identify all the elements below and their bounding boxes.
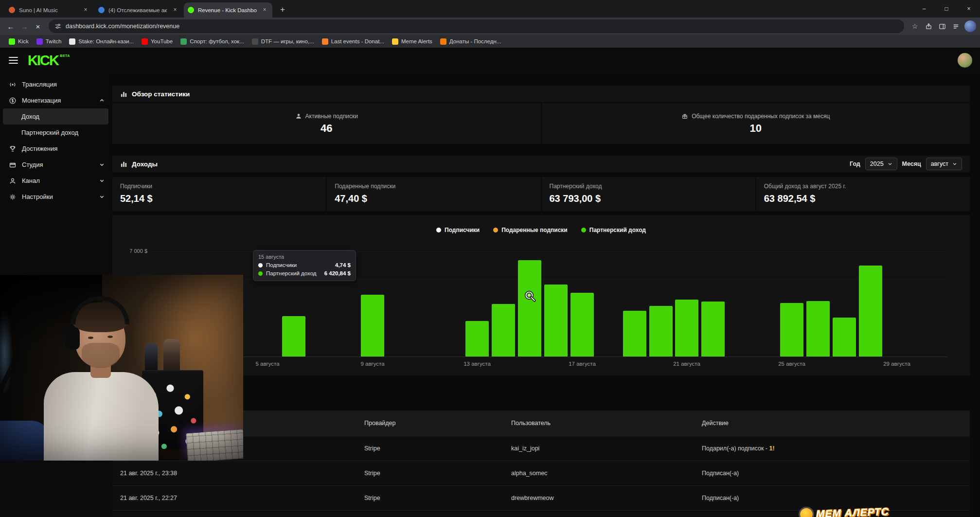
- bookmark-star-icon[interactable]: ☆: [908, 19, 922, 33]
- sidebar-item-partner-revenue[interactable]: Партнерский доход: [0, 125, 111, 141]
- new-tab-button[interactable]: +: [276, 3, 289, 16]
- reading-list-icon[interactable]: [949, 19, 962, 33]
- address-bar[interactable]: dashboard.kick.com/monetization/revenue: [49, 19, 904, 33]
- chart-bar-aug-16[interactable]: [544, 285, 568, 357]
- user-avatar[interactable]: [958, 53, 972, 68]
- chevron-down-icon: [99, 194, 105, 199]
- back-button[interactable]: ←: [4, 19, 18, 33]
- month-value: август: [931, 160, 948, 167]
- chart-bar-aug-19[interactable]: [623, 311, 646, 357]
- sidebar-item-label: Настройки: [22, 193, 53, 200]
- sidebar-item-achievements[interactable]: Достижения: [0, 141, 111, 157]
- screen: Suno | AI Music × (4) Отслеживаемые акти…: [0, 0, 980, 517]
- chart-bar-aug-28[interactable]: [859, 266, 882, 357]
- sidebar-item-channel[interactable]: Канал: [0, 173, 111, 189]
- url-text: dashboard.kick.com/monetization/revenue: [66, 23, 179, 30]
- bookmark-twitch[interactable]: Twitch: [33, 37, 66, 46]
- browser-tab-tracked[interactable]: (4) Отслеживаемые активные... ×: [94, 2, 183, 18]
- monetization-icon: [9, 97, 17, 105]
- chart-bar-aug-6[interactable]: [282, 316, 305, 357]
- gifted-subs-card: Общее количество подаренных подписок за …: [541, 103, 970, 144]
- tab-close-icon[interactable]: ×: [82, 6, 89, 14]
- broadcast-icon: [9, 81, 17, 89]
- period-controls: Год 2025 Месяц август: [850, 158, 962, 170]
- stake-favicon: [69, 38, 75, 45]
- tab-title: Revenue - Kick Dashboard: [198, 7, 257, 13]
- table-row[interactable]: 21 авг. 2025 г., 23:38 Stripe alpha_some…: [112, 461, 970, 485]
- tooltip-value: 6 420,84 $: [324, 270, 351, 276]
- minimize-button[interactable]: –: [913, 0, 935, 18]
- chart-bar-aug-17[interactable]: [570, 293, 594, 357]
- bookmark-meme-alerts[interactable]: Meme Alerts: [388, 37, 436, 46]
- forward-button[interactable]: →: [18, 19, 31, 33]
- stat-label: Общее количество подаренных подписок за …: [692, 113, 830, 120]
- studio-icon: [9, 161, 17, 169]
- chart-bar-aug-13[interactable]: [465, 321, 489, 357]
- bookmark-kick[interactable]: Kick: [5, 37, 33, 46]
- kick-logo[interactable]: KICK BETA: [28, 53, 58, 68]
- bookmark-label: Last events - Donat...: [331, 38, 384, 44]
- gifted-subs-value: 10: [750, 122, 762, 135]
- browser-tab-kick-dashboard[interactable]: Revenue - Kick Dashboard ×: [184, 2, 272, 18]
- bookmark-label: Meme Alerts: [401, 38, 432, 44]
- bookmark-donations[interactable]: Донаты - Последн...: [436, 37, 505, 46]
- tab-title: Suno | AI Music: [19, 7, 78, 13]
- chart-bar-aug-27[interactable]: [833, 318, 856, 357]
- bookmark-youtube[interactable]: YouTube: [138, 37, 177, 46]
- table-header-user: Пользователь: [503, 420, 694, 427]
- window-close-button[interactable]: ×: [958, 0, 980, 18]
- tooltip-label: Подписчики: [266, 262, 297, 268]
- bookmark-label: Kick: [18, 38, 29, 44]
- profile-avatar[interactable]: [964, 20, 976, 32]
- maximize-button[interactable]: □: [935, 0, 958, 18]
- chart-bar-aug-25[interactable]: [780, 303, 803, 357]
- chart-tooltip: 15 августа Подписчики 4,74 $ Партнерский…: [253, 250, 356, 281]
- cell-provider: Stripe: [356, 445, 503, 452]
- sidebar-item-revenue[interactable]: Доход: [3, 108, 108, 125]
- chart-bar-aug-20[interactable]: [649, 306, 673, 357]
- sidebar-item-settings[interactable]: Настройки: [0, 189, 111, 205]
- vignette: [0, 275, 243, 461]
- gift-icon: [681, 113, 688, 120]
- month-select[interactable]: август: [926, 158, 962, 170]
- chart-bar-aug-9[interactable]: [361, 295, 384, 357]
- bookmark-stake[interactable]: Stake: Онлайн-кази...: [65, 37, 138, 46]
- tab-close-icon[interactable]: ×: [261, 6, 268, 14]
- bookmark-label: DTF — игры, кино,...: [261, 38, 314, 44]
- rev-card-label: Партнерский доход: [550, 183, 748, 190]
- chart-bar-aug-14[interactable]: [492, 304, 515, 357]
- trophy-icon: [9, 145, 17, 153]
- sidebar-item-label: Партнерский доход: [21, 129, 78, 136]
- chart-bar-aug-15[interactable]: [518, 260, 541, 357]
- tab-close-icon[interactable]: ×: [171, 6, 179, 14]
- sidebar-item-stream[interactable]: Трансляция: [0, 76, 111, 92]
- stop-reload-button[interactable]: ×: [31, 19, 45, 33]
- rev-card-value: 52,14 $: [120, 193, 318, 204]
- cell-date: 21 авг. 2025 г., 23:38: [112, 470, 356, 477]
- subscriber-icon: [295, 113, 302, 120]
- browser-tab-suno[interactable]: Suno | AI Music ×: [5, 2, 93, 18]
- chart-bar-aug-22[interactable]: [701, 302, 725, 357]
- side-panel-icon[interactable]: [935, 19, 949, 33]
- menu-hamburger-icon[interactable]: [9, 57, 18, 64]
- chart-bar-aug-21[interactable]: [675, 300, 698, 357]
- year-label: Год: [850, 160, 860, 167]
- share-icon[interactable]: [922, 19, 935, 33]
- active-subs-value: 46: [321, 122, 332, 135]
- x-axis-label: 21 августа: [662, 361, 711, 367]
- bookmark-sport[interactable]: Спорт: футбол, хок...: [177, 37, 248, 46]
- kick-header: KICK BETA: [0, 48, 980, 73]
- bookmark-dtf[interactable]: DTF — игры, кино,...: [248, 37, 318, 46]
- bookmark-last-events[interactable]: Last events - Donat...: [318, 37, 388, 46]
- donations-favicon: [440, 38, 446, 45]
- year-select[interactable]: 2025: [865, 158, 897, 170]
- dtf-favicon: [252, 38, 258, 45]
- revenue-chart-icon: [120, 160, 127, 168]
- bookmark-label: Stake: Онлайн-кази...: [78, 38, 134, 44]
- sidebar-item-studio[interactable]: Студия: [0, 157, 111, 173]
- y-axis-tick: 7 000 $: [112, 248, 147, 254]
- sidebar-item-monetization[interactable]: Монетизация: [0, 92, 111, 108]
- x-axis-label: 5 августа: [243, 361, 292, 367]
- cell-user: drewbrewmeow: [503, 495, 694, 501]
- chart-bar-aug-26[interactable]: [806, 301, 830, 357]
